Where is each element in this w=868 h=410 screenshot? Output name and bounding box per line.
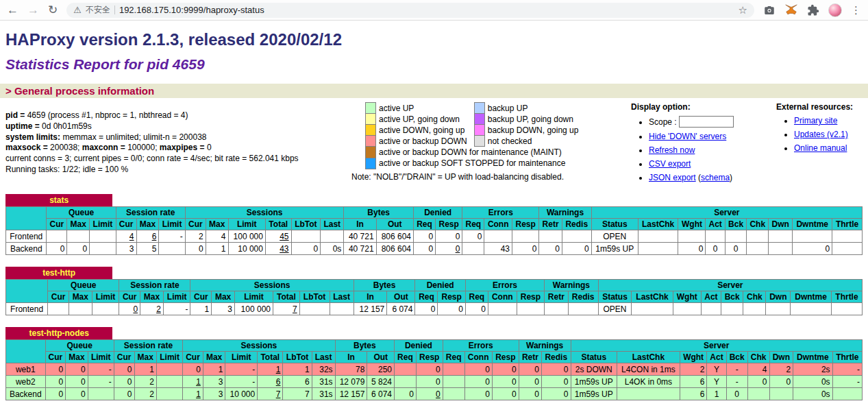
- page-title[interactable]: HAProxy version 2.1.3, released 2020/02/…: [5, 30, 863, 49]
- table-cell: 0: [725, 243, 746, 255]
- column-header: In: [344, 219, 376, 230]
- table-cell: [157, 363, 183, 376]
- legend-swatch: [366, 136, 376, 147]
- table-cell: -: [832, 363, 862, 376]
- table-cell: 0: [542, 363, 571, 376]
- table-cell: [721, 303, 743, 315]
- table-cell: 1: [258, 363, 283, 376]
- column-header: Resp: [438, 291, 465, 303]
- column-header: Limit: [225, 352, 258, 363]
- table-cell: 0: [492, 388, 519, 400]
- column-header: Bck: [721, 291, 743, 303]
- table-cell: 3: [203, 388, 225, 400]
- column-header: Redis: [568, 291, 598, 303]
- section-header: > General process information: [0, 84, 868, 98]
- display-option-link[interactable]: JSON export: [649, 173, 696, 182]
- legend-table: active UP backup UP active UP, going dow…: [365, 102, 585, 169]
- camera-icon[interactable]: [763, 4, 776, 16]
- table-cell: [678, 230, 706, 243]
- table-cell: 0: [492, 376, 519, 388]
- table-cell: 1: [183, 388, 203, 400]
- table-cell: -: [832, 376, 862, 388]
- warning-icon[interactable]: ⚠: [73, 5, 82, 15]
- legend-swatch: [474, 136, 484, 147]
- table-cell: 1: [707, 388, 726, 400]
- process-info-line: system limits: memmax = unlimited; ulimi…: [5, 132, 365, 143]
- menu-icon[interactable]: ⋮: [851, 4, 861, 16]
- column-header: Limit: [88, 352, 114, 363]
- display-option-link[interactable]: Refresh now: [649, 145, 695, 155]
- column-header: Limit: [159, 219, 186, 230]
- display-option-link[interactable]: CSV export: [649, 159, 691, 169]
- table-cell: [484, 230, 512, 243]
- table-cell: [395, 376, 417, 388]
- column-header: Total: [258, 352, 283, 363]
- proxy-name-link[interactable]: test-http-nodes: [5, 327, 112, 339]
- proxy-name-link[interactable]: stats: [5, 194, 112, 206]
- table-cell: 2: [134, 376, 157, 388]
- table-cell: 12 079: [335, 376, 367, 388]
- process-info: pid = 4659 (process #1, nbproc = 1, nbth…: [5, 99, 365, 176]
- row-name: web1: [6, 363, 46, 376]
- external-link[interactable]: Primary site: [794, 116, 837, 125]
- column-header: Limit: [228, 219, 265, 230]
- reload-icon[interactable]: ↻: [48, 4, 58, 16]
- column-header: Dwn: [769, 219, 793, 230]
- external-link[interactable]: Online manual: [794, 143, 847, 153]
- profile-avatar[interactable]: [828, 3, 842, 17]
- table-row-frontend: Frontend02-13100 000712 1576 074000OPEN: [6, 303, 863, 315]
- extensions-icon[interactable]: [807, 4, 819, 16]
- table-cell: [747, 388, 769, 400]
- column-header: Retr: [519, 352, 541, 363]
- display-option-link[interactable]: Hide 'DOWN' servers: [649, 132, 726, 141]
- table-cell: 0: [747, 376, 769, 388]
- column-header: LastChk: [617, 352, 680, 363]
- table-cell: 0: [542, 388, 571, 400]
- back-icon[interactable]: ←: [7, 4, 18, 16]
- column-header: Cur: [183, 352, 203, 363]
- table-cell: 0: [66, 376, 88, 388]
- table-cell: [568, 303, 598, 315]
- column-header: Last: [312, 352, 335, 363]
- legend: active UP backup UP active UP, going dow…: [365, 99, 631, 182]
- group-header: Warnings: [545, 280, 599, 291]
- process-info-line: pid = 4659 (process #1, nbproc = 1, nbth…: [5, 110, 365, 121]
- display-option-title: Display option:: [631, 102, 691, 112]
- display-options: Display option: Scope : Hide 'DOWN' serv…: [631, 99, 776, 182]
- table-cell: 0: [769, 376, 793, 388]
- table-cell: [539, 230, 562, 243]
- table-cell: 0s: [793, 388, 832, 400]
- legend-label: not checked: [484, 136, 585, 147]
- table-cell: 6: [283, 376, 312, 388]
- table-cell: 1: [183, 376, 203, 388]
- table-cell: 0: [114, 363, 134, 376]
- table-cell: [638, 243, 678, 255]
- table-cell: [48, 303, 69, 315]
- legend-label: active or backup DOWN: [376, 136, 475, 147]
- external-link[interactable]: Updates (v2.1): [794, 130, 848, 139]
- legend-label: active UP: [376, 103, 475, 114]
- column-header: Last: [321, 219, 344, 230]
- table-cell: 0: [114, 388, 134, 400]
- forward-icon[interactable]: →: [27, 4, 39, 16]
- display-option-link[interactable]: schema: [701, 173, 730, 182]
- scope-label: Scope :: [649, 117, 679, 127]
- table-cell: 0: [438, 303, 465, 315]
- bookmark-star-icon[interactable]: ☆: [739, 4, 747, 16]
- column-header: Limit: [90, 219, 116, 230]
- process-info-line: uptime = 0d 0h01m59s: [5, 121, 365, 132]
- metamask-icon[interactable]: [784, 3, 798, 16]
- column-header: Dwntme: [791, 291, 832, 303]
- scope-input[interactable]: [679, 116, 734, 128]
- table-cell: 0: [512, 243, 539, 255]
- table-cell: [69, 303, 92, 315]
- column-header: In: [354, 291, 387, 303]
- table-cell: OPEN: [591, 230, 638, 243]
- column-header: Status: [598, 291, 632, 303]
- address-bar[interactable]: ⚠ 不安全 192.168.175.10:9999/haproxy-status…: [66, 3, 754, 18]
- proxy-name-link[interactable]: test-http: [5, 267, 112, 279]
- security-label: 不安全: [86, 4, 110, 16]
- column-header: Out: [376, 219, 413, 230]
- table-cell: 2s: [793, 363, 832, 376]
- table-cell: 1: [283, 363, 312, 376]
